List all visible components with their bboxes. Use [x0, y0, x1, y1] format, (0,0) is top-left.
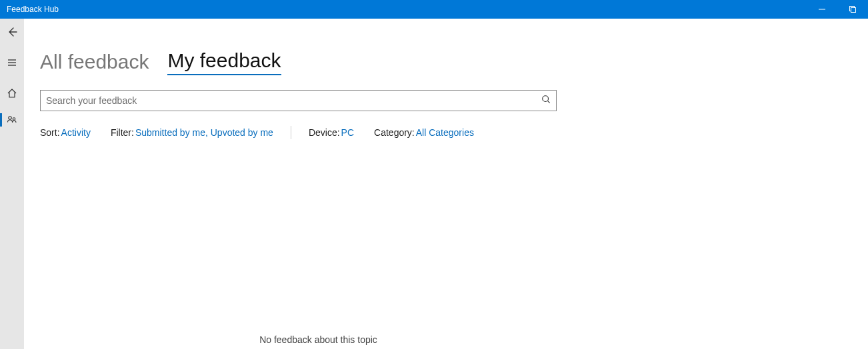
feedback-nav[interactable]	[0, 107, 24, 133]
sort-group: Sort: Activity	[40, 127, 91, 138]
app-title: Feedback Hub	[7, 5, 59, 14]
filter-bar: Sort: Activity Filter: Submitted by me, …	[40, 126, 852, 139]
title-bar: Feedback Hub	[0, 0, 868, 19]
svg-point-7	[13, 118, 15, 121]
search-icon[interactable]	[541, 95, 551, 107]
category-label: Category:	[374, 127, 415, 138]
filter-divider	[291, 126, 291, 139]
feedback-icon	[7, 115, 17, 125]
filter-group: Filter: Submitted by me, Upvoted by me	[111, 127, 273, 138]
minimize-icon	[819, 6, 825, 13]
window-controls	[807, 0, 868, 19]
sort-value[interactable]: Activity	[61, 127, 91, 138]
svg-line-9	[548, 101, 550, 103]
sidebar	[0, 19, 24, 349]
device-label: Device:	[309, 127, 340, 138]
maximize-button[interactable]	[837, 0, 868, 19]
svg-point-8	[543, 96, 549, 102]
tab-my-feedback[interactable]: My feedback	[167, 49, 281, 75]
search-box[interactable]	[40, 90, 557, 111]
maximize-icon	[849, 6, 856, 13]
filter-value[interactable]: Submitted by me, Upvoted by me	[135, 127, 273, 138]
tab-all-feedback[interactable]: All feedback	[40, 51, 149, 75]
menu-button[interactable]	[0, 49, 24, 76]
empty-state: No feedback about this topic	[40, 334, 597, 345]
device-value[interactable]: PC	[341, 127, 354, 138]
tabs: All feedback My feedback	[40, 49, 852, 75]
category-group: Category: All Categories	[374, 127, 474, 138]
device-group: Device: PC	[309, 127, 354, 138]
home-nav[interactable]	[0, 80, 24, 107]
minimize-button[interactable]	[807, 0, 837, 19]
back-arrow-icon	[7, 27, 17, 37]
home-icon	[7, 88, 17, 99]
svg-rect-2	[851, 8, 856, 13]
back-button[interactable]	[0, 19, 24, 45]
hamburger-icon	[7, 57, 17, 68]
sort-label: Sort:	[40, 127, 60, 138]
filter-label: Filter:	[111, 127, 134, 138]
svg-point-6	[9, 117, 11, 119]
category-value[interactable]: All Categories	[416, 127, 474, 138]
search-input[interactable]	[46, 95, 536, 106]
main-content: All feedback My feedback Sort: Activity …	[24, 19, 868, 349]
